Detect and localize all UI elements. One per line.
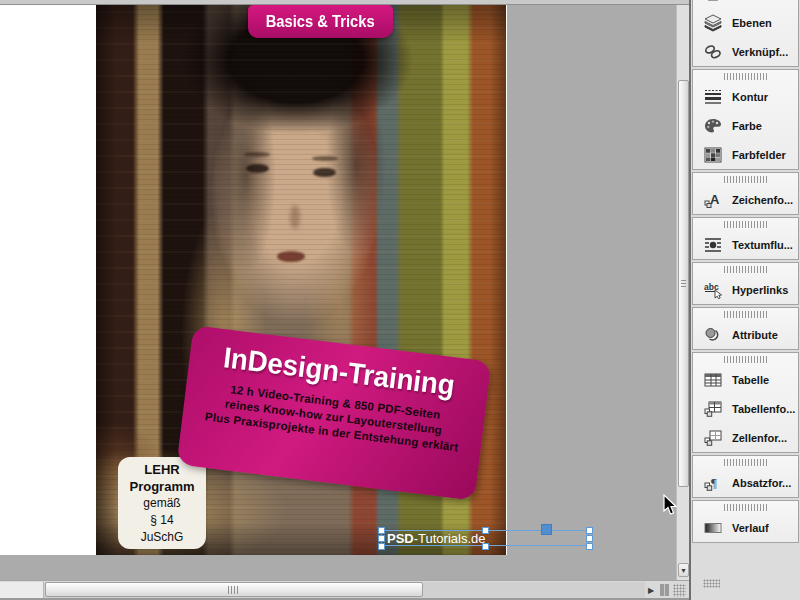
vertical-scrollbar-thumb[interactable]: [678, 80, 689, 487]
dock-item-verlauf[interactable]: Verlauf: [693, 513, 798, 542]
links-icon: [702, 43, 724, 61]
dock-group: AZeichenfo...: [692, 172, 799, 215]
dock-item-absatzfor[interactable]: ¶Absatzfor...: [693, 468, 798, 497]
panel-group-drag-grip-icon[interactable]: [724, 311, 768, 318]
rating-line-3: gemäß: [118, 495, 206, 512]
dock-item-zellenfor[interactable]: Zellenfor...: [693, 423, 798, 452]
status-stub: [0, 582, 44, 598]
dock-item-farbe[interactable]: Farbe: [693, 111, 798, 140]
dock-item-hyperlinks[interactable]: abcHyperlinks: [693, 275, 798, 304]
selection-handle-bottom-left[interactable]: [378, 543, 385, 550]
color-icon: [702, 117, 724, 135]
dock-item-label: Attribute: [732, 329, 778, 341]
dock-item-label: Farbe: [732, 120, 762, 132]
dock-item-kontur[interactable]: Kontur: [693, 82, 798, 111]
panel-group-drag-grip-icon[interactable]: [724, 459, 768, 466]
swatches-icon: [702, 146, 724, 164]
dock-item-tabelle[interactable]: Tabelle: [693, 365, 798, 394]
scroll-down-button[interactable]: ▼: [678, 563, 689, 577]
dock-item-label: Zellenfor...: [732, 432, 787, 444]
panel-group-drag-grip-icon[interactable]: [724, 356, 768, 363]
dock-item-zeichenfo[interactable]: AZeichenfo...: [693, 185, 798, 214]
rating-line-2: Programm: [118, 478, 206, 495]
selection-handle-middle-right[interactable]: [586, 535, 593, 542]
selection-outport-handle[interactable]: [541, 524, 552, 535]
horizontal-scrollbar-row: ▶: [0, 580, 689, 598]
selection-handle-bottom-right[interactable]: [586, 543, 593, 550]
selection-handle-bottom-middle[interactable]: [482, 543, 489, 550]
panel-group-drag-grip-icon[interactable]: [724, 176, 768, 183]
scrollbar-grip-icon: [681, 280, 686, 288]
dock-item-verknüpf[interactable]: Verknüpf...: [693, 37, 798, 66]
dock-item-attribute[interactable]: Attribute: [693, 320, 798, 349]
panel-group-drag-grip-icon[interactable]: [724, 221, 768, 228]
scrollbar-grip-icon: [228, 586, 240, 594]
dock-item-label: Kontur: [732, 91, 768, 103]
dock-item-textumflu[interactable]: Textumflu...: [693, 230, 798, 259]
paragraph-styles-icon: ¶: [702, 474, 724, 492]
dock-resize-grip-icon[interactable]: [703, 579, 720, 588]
dock-group: Verlauf: [692, 500, 799, 543]
dock-group: ¶Absatzfor...: [692, 455, 799, 498]
dock-group: abcHyperlinks: [692, 262, 799, 305]
dock-group: Textumflu...: [692, 217, 799, 260]
dock-group: KonturFarbeFarbfelder: [692, 69, 799, 170]
age-rating-label: LEHR Programm gemäß § 14 JuSchG: [118, 457, 206, 549]
horizontal-scrollbar[interactable]: [44, 582, 645, 598]
gradient-icon: [702, 519, 724, 537]
attributes-icon: [702, 326, 724, 344]
scroll-right-button[interactable]: ▶: [645, 583, 657, 597]
selection-handle-top-right[interactable]: [586, 527, 593, 534]
dock-item-label: Tabellenfo...: [732, 403, 795, 415]
dock-group: SeitenEbenenVerknüpf...: [692, 0, 799, 67]
cell-styles-icon: [702, 429, 724, 447]
layers-icon: [702, 14, 724, 32]
character-styles-icon: A: [702, 191, 724, 209]
dock-item-label: Absatzfor...: [732, 477, 791, 489]
dock-group: Attribute: [692, 307, 799, 350]
badge-basics-tricks: Basics & Tricks: [248, 5, 393, 38]
selection-handle-middle-left[interactable]: [378, 535, 385, 542]
stroke-icon: [702, 88, 724, 106]
horizontal-scrollbar-thumb[interactable]: [45, 582, 423, 597]
rating-line-4: § 14: [118, 512, 206, 529]
split-bars-icon[interactable]: [658, 584, 671, 596]
text-wrap-icon: [702, 236, 724, 254]
panel-group-drag-grip-icon[interactable]: [724, 504, 768, 511]
rating-line-5: JuSchG: [118, 529, 206, 546]
dock-item-farbfelder[interactable]: Farbfelder: [693, 140, 798, 169]
panel-dock: SeitenEbenenVerknüpf...KonturFarbeFarbfe…: [689, 0, 800, 600]
mouse-cursor: [663, 494, 679, 522]
hyperlinks-icon: abc: [702, 281, 724, 299]
panel-group-drag-grip-icon[interactable]: [724, 266, 768, 273]
dock-group: TabelleTabellenfo...Zellenfor...: [692, 352, 799, 453]
selection-handle-top-left[interactable]: [378, 527, 385, 534]
table-styles-icon: [702, 400, 724, 418]
svg-text:abc: abc: [704, 282, 719, 292]
dock-item-label: Verknüpf...: [732, 46, 788, 58]
dock-item-label: Tabelle: [732, 374, 769, 386]
dock-item-label: Hyperlinks: [732, 284, 788, 296]
dock-item-label: Farbfelder: [732, 149, 786, 161]
dock-item-label: Verlauf: [732, 522, 769, 534]
dock-item-tabellenfo[interactable]: Tabellenfo...: [693, 394, 798, 423]
table-icon: [702, 371, 724, 389]
dock-item-label: Textumflu...: [732, 239, 793, 251]
dock-item-ebenen[interactable]: Ebenen: [693, 8, 798, 37]
badge-label: Basics & Tricks: [266, 13, 375, 31]
pages-icon: [702, 0, 724, 3]
dock-item-label: Zeichenfo...: [732, 194, 793, 206]
panel-group-drag-grip-icon[interactable]: [724, 73, 768, 80]
cover-artwork[interactable]: Basics & Tricks InDesign-Training 12 h V…: [96, 5, 506, 555]
selection-handle-top-middle[interactable]: [482, 527, 489, 534]
dock-item-label: Ebenen: [732, 17, 772, 29]
resize-grip-icon[interactable]: [673, 584, 686, 597]
dock-item-seiten[interactable]: Seiten: [693, 0, 798, 8]
dock-groups: SeitenEbenenVerknüpf...KonturFarbeFarbfe…: [691, 0, 800, 543]
